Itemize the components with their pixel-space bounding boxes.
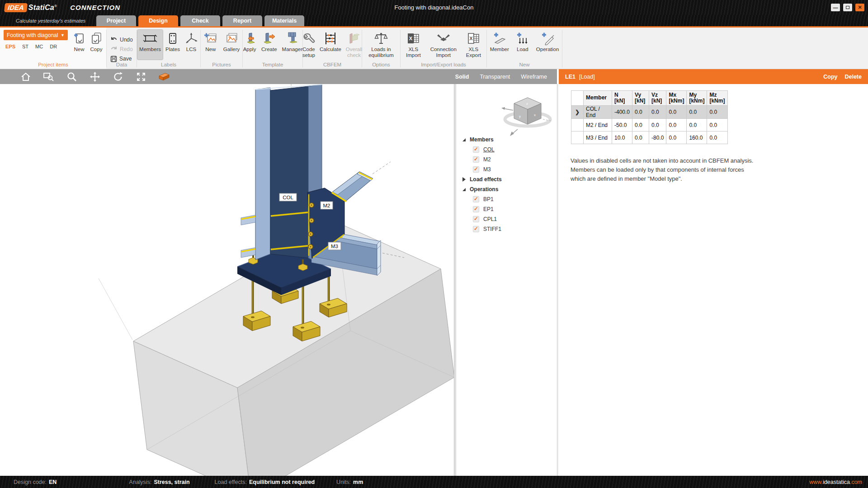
collapse-icon[interactable] xyxy=(462,188,466,191)
render-mode-transparent[interactable]: Transparent xyxy=(480,74,510,80)
render-mode-switch: Solid Transparent Wireframe xyxy=(455,74,547,80)
title-bar: IDEA StatiCa® CONNECTION Footing with di… xyxy=(0,0,868,15)
load-case-header: LE1 [Load] Copy Delete xyxy=(559,69,868,84)
tree-item-bp1[interactable]: ✓ BP1 xyxy=(456,194,557,204)
tree-item-m2[interactable]: ✓ M2 xyxy=(456,155,557,164)
model-tree-panel: z y x Members ✓ COL ✓ M2 xyxy=(456,84,557,476)
checkbox-bp1[interactable]: ✓ xyxy=(473,196,479,202)
collapse-icon[interactable] xyxy=(462,138,466,141)
load-case-delete-button[interactable]: Delete xyxy=(844,74,862,80)
project-item-codes: EPS ST MC DR xyxy=(4,44,68,49)
create-template-button[interactable]: Create xyxy=(259,30,279,52)
zoom-window-icon xyxy=(43,71,55,82)
new-operation-button[interactable]: Operation xyxy=(534,30,561,52)
beam-label: M3 xyxy=(331,244,338,249)
new-project-item-button[interactable]: New xyxy=(71,30,88,52)
plates-labels-button[interactable]: Plates xyxy=(164,30,182,52)
copy-project-item-button[interactable]: Copy xyxy=(88,30,105,52)
table-row[interactable]: M3 / End 10.0 0.0 -80.0 0.0 160.0 0.0 xyxy=(571,131,728,144)
tree-item-m3[interactable]: ✓ M3 xyxy=(456,164,557,174)
render-mode-wireframe[interactable]: Wireframe xyxy=(521,74,547,80)
cbfem-note: Values in disabled cells are not taken i… xyxy=(571,156,757,183)
connection-import-button[interactable]: Connection Import xyxy=(429,30,458,58)
tree-group-members[interactable]: Members xyxy=(456,135,557,145)
code-dr[interactable]: DR xyxy=(50,44,57,49)
tab-report[interactable]: Report xyxy=(222,15,262,26)
tab-materials[interactable]: Materials xyxy=(264,15,304,26)
minimize-button[interactable]: — xyxy=(831,4,840,11)
redo-button[interactable]: Redo xyxy=(110,45,133,54)
new-picture-button[interactable]: New xyxy=(202,30,220,52)
tree-group-operations[interactable]: Operations xyxy=(456,184,557,194)
brand-tagline: Calculate yesterday's estimates xyxy=(16,18,85,23)
window-controls: — ✕ xyxy=(831,4,864,11)
undo-icon xyxy=(110,37,118,43)
new-document-icon xyxy=(72,31,86,46)
tree-item-stiff1[interactable]: ✓ STIFF1 xyxy=(456,224,557,234)
render-mode-solid[interactable]: Solid xyxy=(455,74,469,80)
check-icon: ✓ xyxy=(474,166,478,172)
cube-axis-y: y xyxy=(519,114,521,118)
status-bar: Design code:EN Analysis:Stress, strain L… xyxy=(0,476,868,488)
pan-button[interactable] xyxy=(88,71,102,83)
code-mc[interactable]: MC xyxy=(35,44,43,49)
code-st[interactable]: ST xyxy=(22,44,28,49)
home-view-button[interactable] xyxy=(19,71,33,83)
brick-icon xyxy=(158,72,170,82)
table-row[interactable]: ❯ COL / End -400.0 0.0 0.0 0.0 0.0 0.0 xyxy=(571,106,728,119)
website-link[interactable]: www.ideastatica.com xyxy=(809,479,862,485)
checkbox-ep1[interactable]: ✓ xyxy=(473,206,479,212)
xls-import-button[interactable]: X XLS Import xyxy=(401,30,426,58)
checkbox-stiff1[interactable]: ✓ xyxy=(473,226,479,232)
tree-group-load-effects[interactable]: Load effects xyxy=(456,174,557,184)
project-item-selector[interactable]: Footing with diagonal ▼ xyxy=(4,30,68,40)
3d-model[interactable]: COL M2 M3 xyxy=(0,84,454,476)
tab-check[interactable]: Check xyxy=(180,15,220,26)
ribbon-group-template: Apply Create Manager Template xyxy=(243,28,302,69)
maximize-button[interactable] xyxy=(843,4,852,11)
overall-check-button[interactable]: Overall check xyxy=(344,30,364,58)
loads-in-equilibrium-button[interactable]: Loads in equilibrium xyxy=(364,30,398,58)
check-icon: ✓ xyxy=(474,216,478,221)
lcs-labels-button[interactable]: LCS xyxy=(183,30,200,52)
zoom-fit-button[interactable] xyxy=(134,71,148,83)
tree-item-cpl1[interactable]: ✓ CPL1 xyxy=(456,214,557,224)
tab-design[interactable]: Design xyxy=(138,15,178,26)
ribbon-group-new: Member Load Operation New xyxy=(487,28,562,69)
members-labels-button[interactable]: Members xyxy=(137,30,163,60)
code-setup-button[interactable]: Code setup xyxy=(301,30,317,58)
zoom-window-button[interactable] xyxy=(42,71,56,83)
view-cube[interactable]: z y x xyxy=(500,91,556,140)
close-button[interactable]: ✕ xyxy=(855,4,864,11)
new-member-button[interactable]: Member xyxy=(488,30,511,52)
new-load-button[interactable]: Load xyxy=(514,30,532,52)
code-eps[interactable]: EPS xyxy=(5,44,15,49)
load-effects-table[interactable]: Member N[kN] Vy[kN] Vz[kN] Mx[kNm] My[kN… xyxy=(571,90,728,144)
undo-button[interactable]: Undo xyxy=(110,35,133,45)
gallery-button[interactable]: Gallery xyxy=(222,30,241,52)
checkbox-cpl1[interactable]: ✓ xyxy=(473,216,479,222)
checkbox-col[interactable]: ✓ xyxy=(473,146,479,153)
rotate-icon xyxy=(113,71,123,82)
group-label-project-items: Project items xyxy=(0,62,106,67)
checkbox-m3[interactable]: ✓ xyxy=(473,166,479,173)
checkbox-m2[interactable]: ✓ xyxy=(473,156,479,163)
3d-viewport[interactable]: COL M2 M3 xyxy=(0,84,454,476)
brick-view-button[interactable] xyxy=(157,71,171,83)
calculate-button[interactable]: Calculate xyxy=(318,30,343,52)
group-label-import-export: Import/Export loads xyxy=(401,62,486,67)
tree-item-col[interactable]: ✓ COL xyxy=(456,145,557,155)
expand-icon[interactable] xyxy=(462,177,466,182)
copy-document-icon xyxy=(90,31,103,46)
xls-export-button[interactable]: X XLS Export xyxy=(461,30,486,58)
load-case-copy-button[interactable]: Copy xyxy=(823,74,837,80)
zoom-button[interactable] xyxy=(65,71,79,83)
ribbon-tabs: Project Design Check Report Materials xyxy=(96,15,304,26)
project-item-selector-value: Footing with diagonal xyxy=(7,32,58,38)
apply-template-button[interactable]: Apply xyxy=(241,30,258,52)
tab-project[interactable]: Project xyxy=(96,15,136,26)
xls-file-icon: X xyxy=(406,31,420,46)
rotate-button[interactable] xyxy=(111,71,125,83)
table-row[interactable]: M2 / End -50.0 0.0 0.0 0.0 0.0 0.0 xyxy=(571,119,728,131)
tree-item-ep1[interactable]: ✓ EP1 xyxy=(456,204,557,214)
